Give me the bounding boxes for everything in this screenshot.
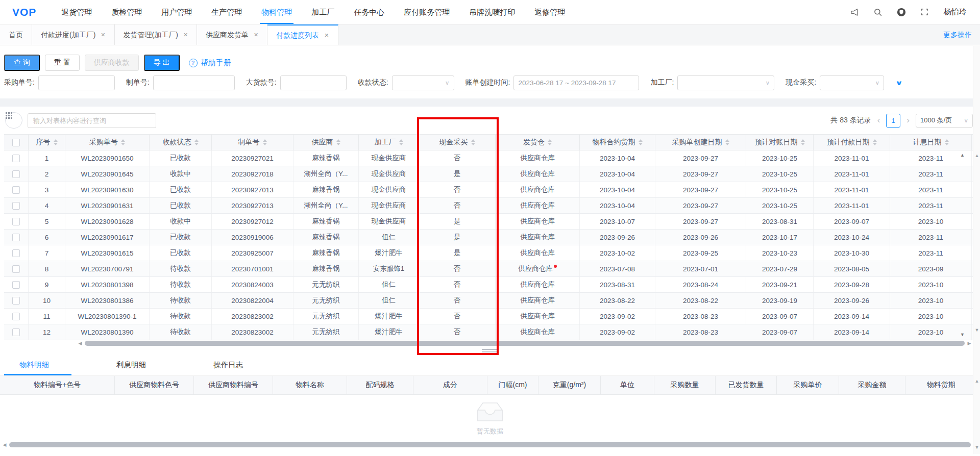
sort-icon[interactable] <box>121 139 125 145</box>
row-checkbox[interactable] <box>12 170 20 178</box>
column-header-加工厂[interactable]: 加工厂 <box>359 135 419 150</box>
row-checkbox[interactable] <box>12 218 20 225</box>
user-name[interactable]: 杨怡玲 <box>944 7 967 17</box>
nav-item-吊牌洗唛打印[interactable]: 吊牌洗唛打印 <box>459 0 525 24</box>
row-checkbox[interactable] <box>12 234 20 241</box>
query-button[interactable]: 查 询 <box>4 55 40 71</box>
prev-page-icon[interactable]: ‹ <box>876 115 881 125</box>
row-checkbox[interactable] <box>12 155 20 162</box>
nav-item-加工厂[interactable]: 加工厂 <box>302 0 344 24</box>
next-page-icon[interactable]: › <box>905 115 911 125</box>
filter-input[interactable] <box>280 75 347 90</box>
nav-item-质检管理[interactable]: 质检管理 <box>102 0 152 24</box>
close-icon[interactable]: ✕ <box>254 24 258 45</box>
table-row[interactable]: 6WL20230901617已收款20230919006麻辣香锅伹仁是供应商仓库… <box>4 230 973 245</box>
sort-icon[interactable] <box>336 139 340 145</box>
tab-付款进度(加工厂)[interactable]: 付款进度(加工厂)✕ <box>32 24 115 45</box>
filter-select[interactable]: ∨ <box>677 75 774 90</box>
nav-item-返修管理[interactable]: 返修管理 <box>525 0 575 24</box>
column-header-预计对账日期[interactable]: 预计对账日期 <box>746 135 814 150</box>
table-row[interactable]: 10WL20230801386待收款20230822004元无纺织伹仁否供应商仓… <box>4 293 973 309</box>
table-row[interactable]: 9WL20230801398待收款20230824003元无纺织伹仁否供应商仓库… <box>4 277 973 293</box>
column-header-现金采买[interactable]: 现金采买 <box>419 135 496 150</box>
row-checkbox[interactable] <box>12 313 20 320</box>
sort-icon[interactable] <box>263 139 267 145</box>
sort-icon[interactable] <box>471 139 475 145</box>
column-header-预计付款日期[interactable]: 预计付款日期 <box>814 135 890 150</box>
close-icon[interactable]: ✕ <box>101 24 105 45</box>
detail-tab-操作日志[interactable]: 操作日志 <box>198 354 295 375</box>
scroll-right-icon[interactable]: ▶ <box>966 341 973 346</box>
page-size-select[interactable]: 1000 条/页 ∨ <box>916 114 973 128</box>
scroll-down-icon[interactable]: ▼ <box>960 332 965 337</box>
more-actions-link[interactable]: 更多操作 <box>943 24 972 45</box>
row-checkbox[interactable] <box>12 281 20 289</box>
panel-resize-handle[interactable] <box>0 346 980 354</box>
row-checkbox[interactable] <box>12 328 20 336</box>
scroll-down-icon[interactable]: ▼ <box>973 445 980 450</box>
sort-icon[interactable] <box>54 139 58 145</box>
nav-item-任务中心[interactable]: 任务中心 <box>344 0 394 24</box>
supplier-collect-button[interactable]: 供应商收款 <box>85 55 139 71</box>
column-header-物料合约货期[interactable]: 物料合约货期 <box>580 135 655 150</box>
column-header-制单号[interactable]: 制单号 <box>212 135 293 150</box>
row-checkbox[interactable] <box>12 186 20 194</box>
nav-item-生产管理[interactable]: 生产管理 <box>202 0 252 24</box>
table-row[interactable]: 4WL20230901631已收款20230927013湖州全尚（Y...现金供… <box>4 198 973 214</box>
scroll-left-icon[interactable]: ◀ <box>1 442 8 447</box>
table-search-input[interactable] <box>28 113 156 128</box>
sort-icon[interactable] <box>873 139 877 145</box>
sort-icon[interactable] <box>945 139 949 145</box>
fullscreen-icon[interactable] <box>920 8 929 17</box>
sort-icon[interactable] <box>399 139 403 145</box>
tab-发货管理(加工厂)[interactable]: 发货管理(加工厂)✕ <box>115 24 198 45</box>
security-icon[interactable] <box>897 8 906 17</box>
sort-icon[interactable] <box>194 139 199 145</box>
scroll-down-icon[interactable]: ▼ <box>973 327 980 333</box>
nav-item-退货管理[interactable]: 退货管理 <box>52 0 102 24</box>
column-header-收款状态[interactable]: 收款状态 <box>150 135 212 150</box>
filter-input[interactable] <box>38 75 115 90</box>
table-row[interactable]: 3WL20230901630已收款20230927013麻辣香锅现金供应商否供应… <box>4 182 973 198</box>
tab-供应商发货单[interactable]: 供应商发货单✕ <box>197 24 267 45</box>
column-settings-button[interactable] <box>5 112 22 129</box>
row-checkbox[interactable] <box>12 249 20 257</box>
tab-首页[interactable]: 首页 <box>0 24 32 45</box>
reset-button[interactable]: 重 置 <box>45 55 80 71</box>
scroll-up-icon[interactable]: ▲ <box>960 153 965 158</box>
sort-icon[interactable] <box>801 139 805 145</box>
column-header-供应商[interactable]: 供应商 <box>293 135 359 150</box>
nav-item-用户管理[interactable]: 用户管理 <box>152 0 202 24</box>
scroll-up-icon[interactable]: ▲ <box>973 378 980 384</box>
filter-date-range[interactable]: 2023-06-28 17 ~ 2023-09-28 17 <box>513 75 639 90</box>
help-manual-link[interactable]: ? 帮助手册 <box>189 58 231 68</box>
table-row[interactable]: 5WL20230901628收款中20230927012麻辣香锅现金供应商是供应… <box>4 214 973 230</box>
close-icon[interactable]: ✕ <box>183 24 188 45</box>
tab-付款进度列表[interactable]: 付款进度列表✕ <box>267 24 338 45</box>
export-button[interactable]: 导 出 <box>144 55 180 71</box>
sort-icon[interactable] <box>639 139 643 145</box>
sort-icon[interactable] <box>548 139 552 145</box>
select-all-checkbox[interactable] <box>12 139 20 146</box>
detail-tab-物料明细[interactable]: 物料明细 <box>4 354 101 375</box>
horizontal-scrollbar-thumb[interactable] <box>85 341 965 346</box>
column-header-发货仓[interactable]: 发货仓 <box>496 135 580 150</box>
column-header-采购单创建日期[interactable]: 采购单创建日期 <box>655 135 746 150</box>
filter-input[interactable] <box>153 75 235 90</box>
current-page[interactable]: 1 <box>886 114 900 128</box>
table-row[interactable]: 12WL20230801390待收款20230823002元无纺织爆汁肥牛否供应… <box>4 324 973 340</box>
nav-item-物料管理[interactable]: 物料管理 <box>252 0 302 24</box>
table-row[interactable]: 1WL20230901650已收款20230927021麻辣香锅现金供应商否供应… <box>4 150 973 166</box>
row-checkbox[interactable] <box>12 265 20 273</box>
table-row[interactable]: 7WL20230901615已收款20230925007麻辣香锅爆汁肥牛是供应商… <box>4 245 973 261</box>
column-header-计息日期[interactable]: 计息日期 <box>890 135 972 150</box>
row-checkbox[interactable] <box>12 202 20 210</box>
filter-select[interactable]: ∨ <box>820 75 884 90</box>
table-row[interactable]: 2WL20230901645收款中20230927018湖州全尚（Y...现金供… <box>4 166 973 182</box>
column-header-序号[interactable]: 序号 <box>29 135 65 150</box>
close-icon[interactable]: ✕ <box>324 26 329 45</box>
row-checkbox[interactable] <box>12 297 20 305</box>
bottom-scrollbar-thumb[interactable] <box>9 442 971 447</box>
search-icon[interactable] <box>873 8 883 17</box>
nav-item-应付账务管理[interactable]: 应付账务管理 <box>394 0 459 24</box>
